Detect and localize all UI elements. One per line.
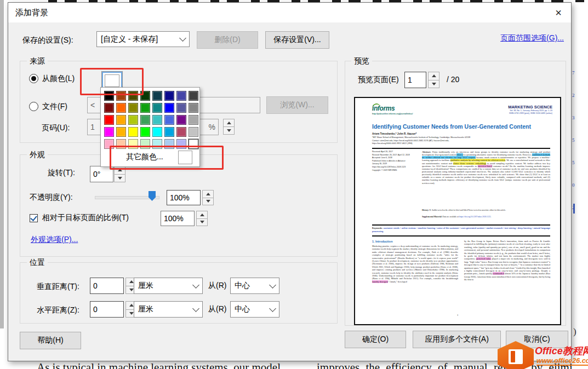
spin-up-button[interactable] <box>223 119 235 127</box>
delete-button[interactable]: 删除(D) <box>197 31 258 49</box>
horizontal-from-label: 从(R) <box>208 304 226 314</box>
chevron-down-icon <box>179 34 186 42</box>
underlying-text-fragment-bar <box>573 204 575 214</box>
palette-swatch[interactable] <box>128 103 138 113</box>
page-range-options-link[interactable]: 页面范围选项(G)... <box>500 33 564 43</box>
source-group-label: 来源 <box>27 56 48 65</box>
saved-settings-combobox[interactable]: [自定义 - 未保存] <box>96 31 190 47</box>
vertical-distance-label: 垂直距离(T): <box>37 282 79 292</box>
saved-settings-label: 保存的设置(S): <box>22 36 73 45</box>
horizontal-unit-value: 厘米 <box>138 304 153 314</box>
spin-up-button[interactable] <box>202 190 214 198</box>
dialog-title: 添加背景 <box>15 8 48 18</box>
arrow-up-icon <box>227 122 231 124</box>
paper-page-number: 1 <box>355 314 560 316</box>
screen: As is typical in machine learning system… <box>0 0 588 369</box>
vertical-unit-combobox[interactable]: 厘米 <box>134 278 203 294</box>
underlying-text-paren: ) <box>573 326 576 337</box>
underlying-text-fragment: 3 <box>572 115 583 120</box>
watermark: Office教程网 www.office26.com <box>498 340 588 369</box>
rule <box>372 224 550 226</box>
vertical-from-combobox[interactable]: 中心 <box>230 278 279 294</box>
annotation-rect-more-colors <box>110 146 224 170</box>
palette-swatch[interactable] <box>189 127 198 137</box>
palette-swatch[interactable] <box>176 127 186 137</box>
palette-swatch[interactable] <box>164 127 174 137</box>
text-line: Copyright: © 2019 INFORMS <box>372 169 419 172</box>
text-segment: Data are available at <box>443 216 459 218</box>
help-button[interactable]: 帮助(H) <box>20 332 81 349</box>
spin-down-button[interactable] <box>202 198 214 206</box>
opacity-field[interactable]: 100% <box>167 190 201 205</box>
chevron-down-icon <box>269 305 276 312</box>
preview-page-total: / 20 <box>447 75 459 84</box>
arrow-down-icon <box>432 83 436 85</box>
intro-left-text: Marketing practice requires a deep under… <box>372 245 458 283</box>
underlying-text-fragments: 7235502 <box>572 70 583 223</box>
informs-logo: informs <box>372 105 395 112</box>
spin-down-button[interactable] <box>114 174 125 183</box>
palette-swatch[interactable] <box>189 115 198 125</box>
palette-swatch[interactable] <box>128 127 138 137</box>
underlying-text-fragment: 5 <box>572 137 583 143</box>
rule <box>372 148 550 149</box>
horizontal-unit-combobox[interactable]: 厘米 <box>134 301 203 318</box>
palette-swatch[interactable] <box>152 91 162 101</box>
scale-spinner[interactable] <box>223 119 235 135</box>
browse-button[interactable]: 浏览(W)... <box>266 96 328 114</box>
scale-relative-spinner[interactable] <box>196 211 208 226</box>
text-segment: commanded <box>493 272 504 275</box>
palette-swatch[interactable] <box>140 127 150 137</box>
text-segment: “Attack,” developed <box>388 280 407 283</box>
spin-down-button[interactable] <box>196 218 208 227</box>
vertical-distance-field[interactable]: 0 <box>90 278 124 294</box>
palette-swatch[interactable] <box>189 91 198 101</box>
text-segment: Marketing practice requires a deep under… <box>372 245 458 280</box>
palette-swatch[interactable] <box>104 115 114 125</box>
underlying-panel-edge <box>0 0 4 328</box>
page-number-label: 页码(U): <box>42 123 70 133</box>
appearance-options-link[interactable]: 外观选项(P)... <box>31 235 78 245</box>
palette-swatch[interactable] <box>152 127 162 137</box>
arrow-up-icon <box>200 214 204 216</box>
preview-page-field[interactable]: 1 <box>404 72 426 88</box>
dialog-titlebar: 添加背景 × <box>8 3 571 22</box>
palette-swatch[interactable] <box>116 127 126 137</box>
palette-swatch[interactable] <box>189 103 198 113</box>
from-color-radio[interactable] <box>29 74 38 83</box>
horizontal-distance-field[interactable]: 0 <box>90 301 124 318</box>
close-button[interactable]: × <box>550 5 567 20</box>
apply-multiple-button[interactable]: 应用到多个文件(A) <box>413 331 501 348</box>
ok-button[interactable]: 确定(O) <box>345 331 406 348</box>
preview-page-spinner[interactable] <box>428 72 439 88</box>
palette-swatch[interactable] <box>152 103 162 113</box>
palette-swatch[interactable] <box>152 115 162 125</box>
spin-down-button[interactable] <box>223 126 235 135</box>
palette-swatch[interactable] <box>164 103 174 113</box>
horizontal-from-combobox[interactable]: 中心 <box>230 301 279 318</box>
palette-swatch[interactable] <box>164 91 174 101</box>
spin-down-button[interactable] <box>428 80 439 89</box>
save-settings-button[interactable]: 保存设置(V)... <box>265 31 329 49</box>
palette-swatch[interactable] <box>116 115 126 125</box>
scale-relative-checkbox[interactable] <box>30 214 38 222</box>
paper-authors: Artem Timoshenko,* John R. Hauser* <box>372 132 416 135</box>
section-heading: 1. Introduction <box>372 240 458 244</box>
palette-swatch[interactable] <box>104 103 114 113</box>
spin-up-button[interactable] <box>196 211 208 219</box>
scale-relative-field[interactable]: 100% <box>161 211 195 226</box>
palette-swatch[interactable] <box>128 115 138 125</box>
spin-up-button[interactable] <box>428 72 439 80</box>
palette-swatch[interactable] <box>176 91 186 101</box>
file-radio[interactable] <box>29 102 38 111</box>
palette-swatch[interactable] <box>116 103 126 113</box>
palette-swatch[interactable] <box>176 115 186 125</box>
opacity-spinner[interactable] <box>202 190 214 205</box>
palette-swatch[interactable] <box>176 103 186 113</box>
journal-name: MARKETING SCIENCE <box>508 105 552 109</box>
palette-swatch[interactable] <box>140 103 150 113</box>
scale-relative-label: 相对于目标页面的比例(T) <box>42 213 129 223</box>
palette-swatch[interactable] <box>164 115 174 125</box>
palette-swatch[interactable] <box>140 115 150 125</box>
palette-swatch[interactable] <box>104 127 114 137</box>
